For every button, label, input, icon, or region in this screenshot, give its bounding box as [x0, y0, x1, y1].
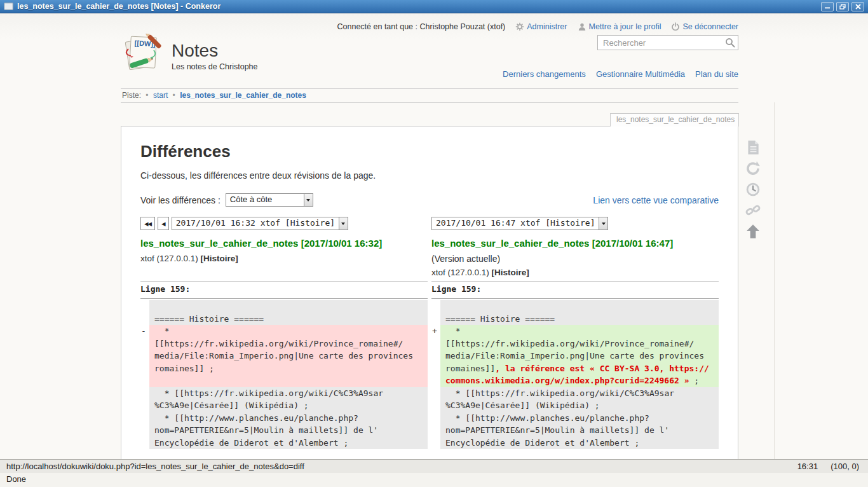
search-input[interactable] [597, 35, 738, 50]
window-title: les_notes_sur_le_cahier_de_notes [Notes]… [17, 2, 821, 11]
compare-view-link[interactable]: Lien vers cette vue comparative [593, 195, 719, 205]
right-revision-select[interactable]: 2017/10/01 16:47 xtof [Histoire] [431, 217, 608, 230]
content-right-divider [774, 102, 775, 459]
breadcrumb-separator: • [146, 91, 148, 100]
right-revision-value: 2017/10/01 16:47 xtof [Histoire] [432, 217, 599, 230]
diff-line-header-left: Ligne 159: [140, 282, 428, 299]
diff-added-line: * [[https://fr.wikipedia.org/wiki/Provin… [440, 325, 719, 387]
breadcrumb-current-link[interactable]: les_notes_sur_le_cahier_de_notes [180, 91, 306, 100]
close-icon [855, 4, 861, 10]
close-button[interactable] [851, 2, 864, 11]
right-revision-history: [Histoire] [492, 268, 529, 277]
left-revision-title-link[interactable]: les_notes_sur_le_cahier_de_notes [2017/1… [140, 238, 428, 249]
view-diff-label: Voir les différences : [140, 195, 220, 205]
dokuwiki-logo[interactable]: [[DW]] [121, 34, 163, 72]
view-mode-value: Côte à côte [226, 194, 304, 206]
admin-link[interactable]: Administrer [515, 22, 567, 31]
right-revision-meta: xtof (127.0.0.1) [Histoire] [431, 268, 719, 277]
current-version-label: (Version actuelle) [431, 254, 719, 264]
sitemap-link[interactable]: Plan du site [695, 69, 738, 79]
diff-line-header-right: Ligne 159: [431, 282, 719, 299]
diff-added-suffix: ; [689, 376, 700, 385]
right-revision-title-link[interactable]: les_notes_sur_le_cahier_de_notes [2017/1… [431, 238, 719, 249]
left-revision-history: [Histoire] [201, 254, 238, 263]
diff-context-top-right: ====== Histoire ====== [440, 300, 719, 325]
minimize-button[interactable] [821, 2, 834, 11]
site-header: [[DW]] Notes Les notes de Christophe [121, 32, 738, 86]
logged-in-as-text: Connecté en tant que : Christophe Pouzat… [337, 22, 506, 31]
first-revision-icon: ◀◀ [144, 221, 151, 227]
logout-label: Se déconnecter [682, 22, 738, 31]
diff-added-marker: + [431, 325, 440, 387]
source-page-icon[interactable] [745, 139, 761, 156]
revert-icon[interactable] [745, 160, 761, 177]
diff-intro-text: Ci-dessous, les différences entre deux r… [140, 170, 719, 181]
diff-table: Ligne 159: Ligne 159: ====== Histoire ==… [140, 281, 719, 449]
restore-icon [839, 4, 846, 10]
breadcrumb-separator: • [173, 91, 175, 100]
diff-context-bottom-right: * [[https://fr.wikipedia.org/wiki/C%C3%A… [440, 387, 719, 449]
page-title: Différences [140, 142, 719, 161]
logout-link[interactable]: Se déconnecter [671, 22, 738, 31]
backlinks-icon[interactable] [745, 202, 761, 219]
user-bar: Connecté en tant que : Christophe Pouzat… [121, 13, 738, 32]
left-revision-header: les_notes_sur_le_cahier_de_notes [2017/1… [140, 238, 428, 277]
status-clock: 16:31 [797, 462, 818, 471]
page-tools [745, 139, 761, 240]
view-mode-select[interactable]: Côte à côte [226, 193, 313, 207]
left-revision-user: xtof (127.0.0.1) [140, 254, 201, 263]
left-revision-select[interactable]: 2017/10/01 16:32 xtof [Histoire] [172, 217, 348, 230]
chevron-down-icon [599, 217, 607, 230]
minimize-icon [824, 4, 831, 9]
recent-changes-link[interactable]: Derniers changements [503, 69, 586, 79]
breadcrumb-start-link[interactable]: start [153, 91, 168, 100]
back-to-top-icon[interactable] [745, 223, 761, 240]
page-content: Différences Ci-dessous, les différences … [121, 126, 738, 459]
breadcrumb: Piste: • start • les_notes_sur_le_cahier… [121, 88, 738, 103]
diff-deleted-marker: - [140, 325, 149, 387]
page-tab: les_notes_sur_le_cahier_de_notes [610, 113, 739, 127]
previous-revision-icon: ◀ [161, 221, 165, 227]
right-revision-header: les_notes_sur_le_cahier_de_notes [2017/1… [431, 238, 719, 277]
minibuffer[interactable]: Done [0, 473, 868, 487]
search-icon[interactable] [725, 38, 735, 48]
update-profile-label: Mettre à jour le profil [589, 22, 661, 31]
status-url: http://localhost/dokuwiki/doku.php?id=le… [6, 462, 797, 471]
conkeror-window: les_notes_sur_le_cahier_de_notes [Notes]… [0, 0, 868, 487]
diff-context-bottom-left: * [[https://fr.wikipedia.org/wiki/C%C3%A… [149, 387, 428, 449]
first-revision-button[interactable]: ◀◀ [140, 217, 155, 230]
quicklinks: Derniers changements Gestionnaire Multim… [503, 69, 738, 79]
diff-deleted-line: * [[https://fr.wikipedia.org/wiki/Provin… [149, 325, 428, 387]
breadcrumb-label: Piste: [122, 91, 141, 100]
window-icon [4, 3, 13, 10]
gear-icon [515, 22, 524, 31]
status-scroll-position: (100, 0) [831, 462, 859, 471]
previous-revision-button[interactable]: ◀ [158, 217, 169, 230]
search-box [597, 35, 738, 50]
update-profile-link[interactable]: Mettre à jour le profil [578, 22, 661, 31]
status-bar: http://localhost/dokuwiki/doku.php?id=le… [0, 459, 868, 473]
power-icon [671, 22, 680, 31]
window-titlebar: les_notes_sur_le_cahier_de_notes [Notes]… [0, 0, 868, 13]
left-revision-meta: xtof (127.0.0.1) [Histoire] [140, 254, 428, 263]
diff-context-top-left: ====== Histoire ====== [149, 300, 428, 325]
old-revisions-icon[interactable] [745, 181, 761, 198]
minibuffer-message: Done [6, 474, 26, 484]
user-icon [578, 22, 587, 31]
restore-button[interactable] [836, 2, 849, 11]
browser-viewport: Connecté en tant que : Christophe Pouzat… [0, 13, 868, 459]
chevron-down-icon [339, 217, 348, 230]
media-manager-link[interactable]: Gestionnaire Multimédia [596, 69, 685, 79]
chevron-down-icon [304, 194, 313, 206]
admin-link-label: Administrer [527, 22, 567, 31]
left-revision-value: 2017/10/01 16:32 xtof [Histoire] [172, 217, 339, 230]
right-revision-user: xtof (127.0.0.1) [431, 268, 492, 277]
